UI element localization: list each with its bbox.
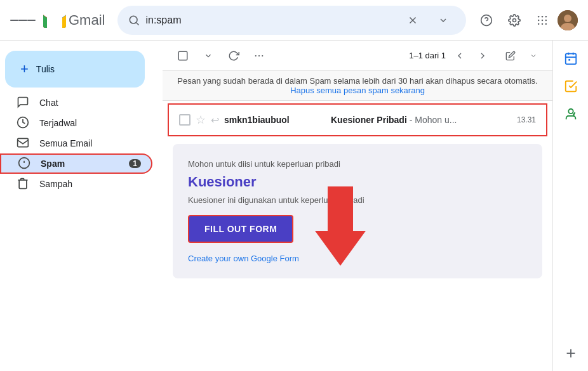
svg-point-13: [545, 19, 547, 21]
gmail-m-icon: [43, 12, 66, 29]
svg-rect-21: [18, 138, 29, 146]
pencil-btn[interactable]: [502, 47, 519, 65]
select-checkbox[interactable]: [173, 46, 193, 66]
right-panel-contacts[interactable]: [558, 101, 584, 127]
svg-line-2: [137, 22, 139, 25]
sidebar: + Tulis Chat Terjadwal Semua Email: [0, 41, 163, 371]
content-area: 1–1 dari 1 Pesan yang: [163, 41, 552, 371]
refresh-btn[interactable]: [224, 46, 244, 66]
svg-point-9: [542, 15, 544, 17]
preview-sub-text: Mohon untuk diisi untuk keperluan pribad…: [188, 159, 527, 169]
right-panel-calendar[interactable]: [558, 46, 584, 71]
email-time: 13.31: [517, 115, 536, 124]
svg-point-10: [545, 15, 547, 17]
sidebar-label-terjadwal: Terjadwal: [39, 118, 142, 128]
user-avatar[interactable]: [558, 10, 578, 30]
right-panel: [552, 41, 588, 371]
sidebar-item-terjadwal[interactable]: Terjadwal: [0, 113, 152, 133]
email-checkbox[interactable]: [179, 114, 190, 126]
scheduled-icon: [17, 116, 29, 131]
svg-point-7: [513, 18, 516, 22]
next-page-btn[interactable]: [474, 47, 491, 65]
svg-point-35: [568, 109, 573, 114]
subject-preview: - Mohon u...: [410, 115, 457, 125]
svg-point-1: [130, 16, 138, 23]
gmail-logo: Gmail: [43, 12, 105, 29]
subject-bold: Kuesioner Pribadi: [331, 115, 407, 125]
email-row[interactable]: ☆ ↩ smkn1biaubuol Kuesioner Pribadi - Mo…: [168, 103, 547, 136]
pagination: 1–1 dari 1: [409, 47, 542, 65]
sidebar-item-sampah[interactable]: Sampah: [0, 174, 152, 194]
avatar-image: [558, 10, 578, 30]
svg-rect-30: [565, 54, 576, 65]
spam-icon: [18, 157, 30, 171]
sidebar-label-chat: Chat: [39, 98, 142, 108]
pagination-text: 1–1 dari 1: [409, 51, 446, 60]
spam-badge: 1: [129, 159, 141, 168]
search-icon: [128, 14, 140, 27]
svg-point-8: [538, 15, 540, 17]
apps-icon[interactable]: [530, 8, 555, 33]
email-sender: smkn1biaubuol: [224, 115, 326, 125]
all-email-icon: [17, 136, 29, 151]
email-list: ☆ ↩ smkn1biaubuol Kuesioner Pribadi - Mo…: [163, 101, 552, 371]
chat-icon: [17, 96, 29, 110]
forward-icon: ↩: [211, 114, 219, 126]
hamburger-menu[interactable]: [10, 8, 36, 33]
prev-page-btn[interactable]: [451, 47, 469, 65]
spam-notice: Pesan yang sudah berada di dalam Spam se…: [163, 71, 552, 101]
sidebar-item-chat[interactable]: Chat: [0, 93, 152, 113]
sidebar-label-sampah: Sampah: [39, 179, 142, 189]
email-toolbar: 1–1 dari 1: [163, 41, 552, 71]
search-input[interactable]: [145, 15, 395, 26]
preview-footer: Create your own Google Form: [188, 253, 527, 263]
svg-point-15: [542, 23, 544, 25]
svg-point-12: [542, 19, 544, 21]
preview-description: Kuesioner ini digunakan untuk keperluan …: [188, 195, 527, 205]
select-dropdown-btn[interactable]: [198, 46, 218, 66]
svg-point-16: [545, 23, 547, 25]
right-panel-add-btn[interactable]: [558, 341, 584, 366]
search-bar[interactable]: [117, 6, 466, 35]
sidebar-item-semua-email[interactable]: Semua Email: [0, 133, 152, 153]
svg-rect-25: [178, 51, 187, 60]
svg-rect-34: [568, 59, 570, 61]
search-dropdown-btn[interactable]: [431, 8, 456, 33]
right-panel-tasks[interactable]: [558, 74, 584, 99]
help-icon[interactable]: [474, 8, 499, 33]
trash-icon: [17, 177, 29, 192]
compose-button[interactable]: + Tulis: [5, 51, 145, 88]
sidebar-label-semua-email: Semua Email: [39, 138, 142, 148]
delete-spam-link[interactable]: Hapus semua pesan spam sekarang: [290, 86, 425, 95]
svg-point-11: [538, 19, 540, 21]
svg-point-14: [538, 23, 540, 25]
settings-icon[interactable]: [502, 8, 527, 33]
expand-btn[interactable]: [525, 47, 542, 65]
more-options-btn[interactable]: [249, 46, 269, 66]
fill-form-button[interactable]: FILL OUT FORM: [188, 215, 293, 243]
email-preview-panel: Mohon untuk diisi untuk keperluan pribad…: [173, 144, 542, 278]
svg-point-26: [255, 55, 257, 56]
star-icon[interactable]: ☆: [196, 113, 206, 127]
svg-point-28: [262, 55, 263, 56]
spam-notice-text: Pesan yang sudah berada di dalam Spam se…: [173, 76, 542, 86]
preview-title: Kuesioner: [188, 174, 527, 190]
svg-point-18: [564, 15, 571, 22]
app-title: Gmail: [69, 12, 105, 29]
search-clear-btn[interactable]: [400, 8, 425, 33]
sidebar-item-spam[interactable]: Spam 1: [0, 153, 152, 174]
sidebar-label-spam: Spam: [41, 159, 119, 169]
create-form-link[interactable]: Create your own Google Form: [188, 254, 299, 263]
email-subject: Kuesioner Pribadi - Mohon u...: [331, 115, 507, 125]
compose-plus-icon: +: [20, 61, 29, 77]
compose-label: Tulis: [36, 64, 55, 74]
svg-point-27: [258, 55, 260, 56]
